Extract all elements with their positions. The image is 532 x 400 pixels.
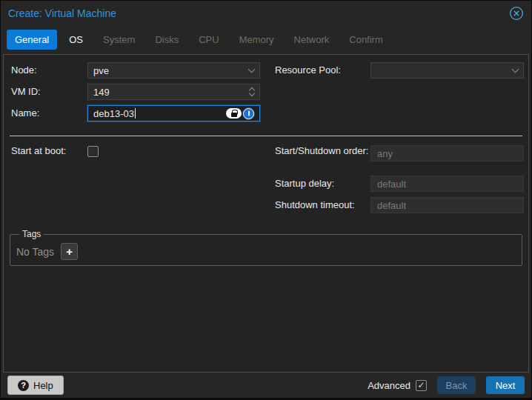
tab-os[interactable]: OS <box>61 30 91 50</box>
shutdown-timeout-input[interactable] <box>370 197 524 213</box>
no-tags-text: No Tags <box>16 246 54 258</box>
help-button-label: Help <box>33 380 53 391</box>
name-field-icons <box>226 108 254 119</box>
dialog-footer: ? Help Advanced ✓ Back Next <box>1 373 531 398</box>
startup-delay-input[interactable] <box>370 176 524 192</box>
startup-right-column: Start/Shutdown order: Startup delay: Shu… <box>272 145 524 219</box>
top-field-columns: Node: pve VM ID: 149 <box>8 62 524 127</box>
help-button[interactable]: ? Help <box>7 376 64 395</box>
next-button[interactable]: Next <box>486 376 525 394</box>
name-label: Name: <box>8 107 87 119</box>
advanced-checkbox[interactable]: ✓ <box>416 380 427 391</box>
spinner-arrows-icon[interactable] <box>250 88 254 96</box>
vmid-spinner[interactable]: 149 <box>87 84 260 100</box>
startup-order-row: Start/Shutdown order: <box>272 145 524 170</box>
start-at-boot-row: Start at boot: <box>8 145 260 157</box>
startup-order-label: Start/Shutdown order: <box>272 145 370 157</box>
tab-network: Network <box>286 30 338 50</box>
wizard-tabbar: General OS System Disks CPU Memory Netwo… <box>1 25 531 54</box>
lock-icon[interactable] <box>226 108 242 119</box>
resource-pool-select[interactable] <box>370 62 524 79</box>
startup-field-columns: Start at boot: Start/Shutdown order: Sta… <box>8 145 524 219</box>
name-row: Name: deb13-03 <box>8 105 260 121</box>
node-row: Node: pve <box>8 62 260 79</box>
close-button[interactable] <box>509 6 524 21</box>
question-icon: ? <box>18 380 29 391</box>
text-caret <box>135 108 136 119</box>
node-value: pve <box>93 65 109 76</box>
vmid-value: 149 <box>93 87 110 98</box>
startup-delay-label: Startup delay: <box>272 178 370 190</box>
dialog-title: Create: Virtual Machine <box>8 7 116 19</box>
vmid-row: VM ID: 149 <box>8 84 260 100</box>
startup-order-input[interactable] <box>370 145 524 161</box>
resource-pool-row: Resource Pool: <box>272 62 524 79</box>
startup-left-column: Start at boot: <box>8 145 260 219</box>
advanced-label: Advanced <box>368 380 410 391</box>
password-manager-icon[interactable] <box>243 108 254 119</box>
right-column: Resource Pool: <box>272 62 524 127</box>
tags-content: No Tags + <box>16 243 516 260</box>
back-button[interactable]: Back <box>437 376 476 394</box>
resource-pool-label: Resource Pool: <box>272 64 370 76</box>
start-at-boot-label: Start at boot: <box>8 145 87 157</box>
tab-memory: Memory <box>231 30 282 50</box>
chevron-down-icon <box>248 65 256 73</box>
left-column: Node: pve VM ID: 149 <box>8 62 260 127</box>
tab-cpu: CPU <box>190 30 227 50</box>
create-vm-dialog: Create: Virtual Machine General OS Syste… <box>1 1 531 398</box>
dialog-titlebar: Create: Virtual Machine <box>1 1 531 25</box>
plus-icon: + <box>66 246 73 257</box>
shutdown-timeout-row: Shutdown timeout: <box>272 197 524 213</box>
shutdown-timeout-label: Shutdown timeout: <box>272 199 370 211</box>
node-label: Node: <box>8 64 87 76</box>
name-input[interactable]: deb13-03 <box>87 105 260 121</box>
footer-actions: Advanced ✓ Back Next <box>368 376 525 394</box>
node-select[interactable]: pve <box>87 62 260 79</box>
add-tag-button[interactable]: + <box>61 243 78 260</box>
tags-legend: Tags <box>19 229 44 239</box>
close-icon <box>509 6 524 21</box>
startup-delay-row: Startup delay: <box>272 176 524 192</box>
tab-system: System <box>95 30 143 50</box>
start-at-boot-checkbox[interactable] <box>87 146 99 157</box>
section-divider <box>10 136 522 136</box>
name-value: deb13-03 <box>93 108 134 119</box>
general-form-panel: Node: pve VM ID: 149 <box>3 54 529 373</box>
tags-fieldset: Tags No Tags + <box>10 229 522 266</box>
tab-disks: Disks <box>147 30 187 50</box>
tab-confirm: Confirm <box>341 30 391 50</box>
tab-general[interactable]: General <box>7 30 57 50</box>
chevron-down-icon <box>512 65 519 73</box>
vmid-label: VM ID: <box>8 86 87 98</box>
